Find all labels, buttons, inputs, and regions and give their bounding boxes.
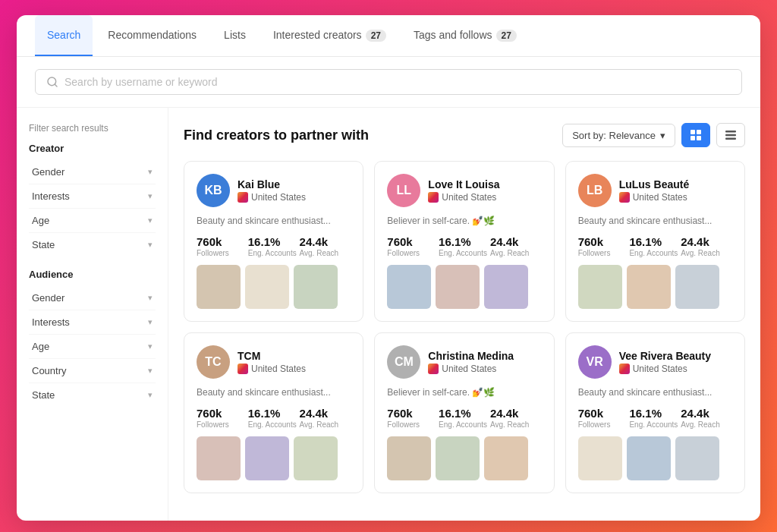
creator-header: LLLove It LouisaUnited States: [387, 174, 541, 207]
badge-tags_and_follows: 27: [496, 30, 517, 42]
main-content: Filter search results Creator Gender▾Int…: [17, 108, 760, 521]
badge-interested_creators: 27: [366, 30, 386, 42]
stat-followers-label: Followers: [578, 420, 630, 429]
creator-filters: Gender▾Interests▾Age▾State▾: [29, 160, 156, 257]
avatar: LB: [578, 174, 612, 207]
search-input[interactable]: [64, 76, 731, 88]
filter-gender[interactable]: Gender▾: [29, 160, 156, 184]
stat-followers-value: 760k: [578, 407, 630, 420]
stats-row: 760kFollowers16.1%Eng. Accounts24.4kAvg.…: [578, 407, 732, 429]
creator-section-title: Creator: [29, 143, 156, 154]
audience-filter-interests[interactable]: Interests▾: [29, 310, 156, 335]
nav-tab-search[interactable]: Search: [35, 15, 93, 56]
thumbnail-2: [294, 436, 338, 480]
nav-tab-tags_and_follows[interactable]: Tags and follows27: [401, 15, 529, 56]
thumbnail-row: [197, 436, 351, 480]
audience-filter-state[interactable]: State▾: [29, 383, 156, 407]
thumbnail-2: [484, 265, 528, 309]
stat-eng: 16.1%Eng. Accounts: [439, 235, 490, 257]
thumbnail-0: [387, 265, 431, 309]
filter-state[interactable]: State▾: [29, 233, 156, 257]
instagram-icon: [238, 192, 248, 203]
stat-followers: 760kFollowers: [387, 407, 439, 429]
creator-location: United States: [619, 364, 732, 374]
stats-row: 760kFollowers16.1%Eng. Accounts24.4kAvg.…: [578, 235, 732, 257]
content-header: Find creators to partner with Sort by: R…: [184, 123, 745, 147]
search-icon: [46, 76, 58, 88]
chevron-icon: ▾: [148, 342, 153, 351]
audience-section: Audience Gender▾Interests▾Age▾Country▾St…: [29, 269, 156, 407]
audience-filter-label: Gender: [32, 292, 64, 304]
instagram-icon: [428, 364, 439, 374]
audience-filter-country[interactable]: Country▾: [29, 359, 156, 383]
stat-eng: 16.1%Eng. Accounts: [629, 235, 681, 257]
stat-eng-value: 16.1%: [248, 407, 300, 420]
creator-header: CMChristina MedinaUnited States: [387, 345, 541, 379]
creator-bio: Beauty and skincare enthusiast...: [197, 215, 351, 228]
creator-location: United States: [428, 364, 541, 374]
svg-rect-2: [690, 130, 695, 134]
stat-eng-label: Eng. Accounts: [439, 420, 490, 429]
instagram-icon: [619, 364, 630, 374]
creator-bio: Believer in self-care. 💅🌿: [387, 215, 541, 228]
creator-country: United States: [251, 364, 306, 374]
thumbnail-1: [627, 436, 671, 480]
stat-reach-value: 24.4k: [490, 407, 542, 420]
svg-rect-3: [697, 130, 701, 134]
stat-reach-label: Avg. Reach: [681, 420, 732, 429]
svg-rect-6: [725, 131, 736, 133]
instagram-icon: [238, 364, 248, 374]
creator-name: Christina Medina: [428, 350, 541, 362]
stat-followers: 760kFollowers: [197, 407, 248, 429]
creator-name: LuLus Beauté: [619, 178, 732, 190]
grid-view-button[interactable]: [681, 123, 710, 147]
stat-reach-value: 24.4k: [681, 407, 732, 420]
stat-followers-label: Followers: [197, 420, 248, 429]
filter-age[interactable]: Age▾: [29, 209, 156, 233]
thumbnail-0: [197, 436, 241, 480]
creator-country: United States: [633, 364, 687, 374]
nav-tab-interested_creators[interactable]: Interested creators27: [261, 15, 398, 56]
stats-row: 760kFollowers16.1%Eng. Accounts24.4kAvg.…: [197, 235, 351, 257]
svg-line-1: [55, 84, 57, 87]
stat-reach-value: 24.4k: [681, 235, 732, 248]
stat-reach-value: 24.4k: [490, 235, 542, 248]
stat-eng-label: Eng. Accounts: [248, 249, 300, 257]
filter-label: State: [32, 239, 55, 250]
stat-reach-value: 24.4k: [300, 407, 351, 420]
instagram-icon: [619, 192, 630, 203]
nav-tab-lists[interactable]: Lists: [212, 15, 258, 56]
search-input-wrap: [35, 69, 742, 95]
creator-country: United States: [251, 192, 306, 203]
creator-name: TCM: [238, 350, 351, 362]
stat-reach: 24.4kAvg. Reach: [300, 407, 351, 429]
stat-reach: 24.4kAvg. Reach: [300, 235, 351, 257]
instagram-icon: [428, 192, 439, 203]
creator-card: TCTCMUnited StatesBeauty and skincare en…: [184, 332, 363, 493]
header-right: Sort by: Relevance ▾: [562, 123, 745, 147]
stat-followers-label: Followers: [197, 249, 248, 257]
stat-reach-label: Avg. Reach: [681, 249, 732, 257]
stat-reach-value: 24.4k: [300, 235, 351, 248]
thumbnail-0: [387, 436, 431, 480]
nav-tab-recommendations[interactable]: Recommendations: [96, 15, 209, 56]
sort-button[interactable]: Sort by: Relevance ▾: [562, 124, 675, 147]
svg-rect-5: [697, 136, 701, 140]
creator-info: Christina MedinaUnited States: [428, 350, 541, 374]
stat-reach-label: Avg. Reach: [300, 420, 351, 429]
chevron-icon: ▾: [148, 191, 153, 201]
creator-country: United States: [442, 192, 496, 203]
creator-card: VRVee Rivera BeautyUnited StatesBeauty a…: [565, 332, 745, 493]
thumbnail-row: [578, 436, 732, 480]
filter-title: Filter search results: [29, 123, 156, 134]
creator-country: United States: [442, 364, 496, 374]
audience-filter-age[interactable]: Age▾: [29, 335, 156, 359]
list-view-button[interactable]: [716, 123, 745, 147]
creator-location: United States: [238, 364, 351, 374]
filter-interests[interactable]: Interests▾: [29, 184, 156, 209]
audience-filter-gender[interactable]: Gender▾: [29, 286, 156, 310]
thumbnail-row: [387, 265, 541, 309]
page-title: Find creators to partner with: [184, 127, 369, 143]
stat-eng-label: Eng. Accounts: [629, 420, 681, 429]
creator-header: TCTCMUnited States: [197, 345, 351, 379]
